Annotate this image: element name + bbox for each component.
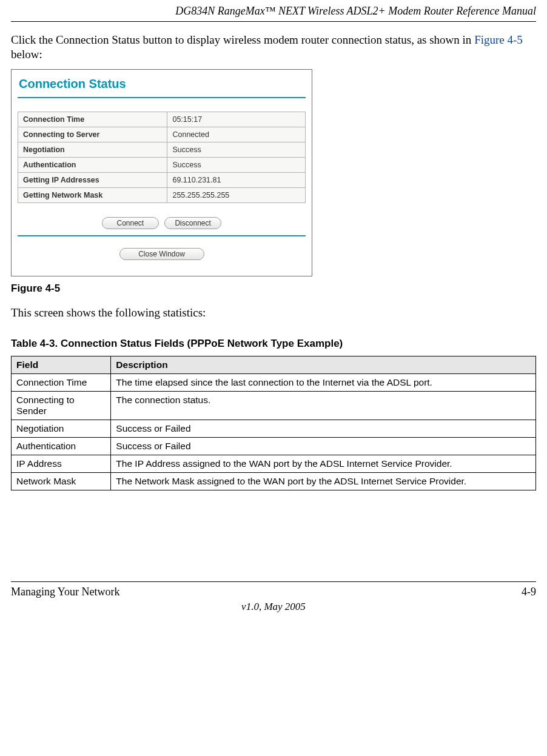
connection-status-title: Connection Status (18, 73, 306, 97)
header-rule (11, 21, 536, 22)
cell-description: Success or Failed (111, 420, 536, 438)
status-label: Connection Time (18, 112, 167, 127)
button-row-2: Close Window (18, 246, 306, 260)
footer-right: 4-9 (522, 586, 536, 598)
status-label: Connecting to Server (18, 127, 167, 142)
table-header-row: Field Description (12, 356, 536, 374)
status-value: Success (167, 142, 306, 157)
description-table: Field Description Connection TimeThe tim… (11, 356, 536, 490)
status-label: Authentication (18, 157, 167, 172)
table-row: NegotiationSuccess or Failed (12, 420, 536, 438)
table-row: IP AddressThe IP Address assigned to the… (12, 455, 536, 473)
status-label: Getting Network Mask (18, 187, 167, 202)
status-label: Getting IP Addresses (18, 172, 167, 187)
status-label: Negotiation (18, 142, 167, 157)
cs-rule-top (18, 97, 306, 98)
cell-description: The time elapsed since the last connecti… (111, 374, 536, 392)
footer-rule (11, 581, 536, 582)
cell-description: The connection status. (111, 392, 536, 420)
table-row: Connection TimeThe time elapsed since th… (12, 374, 536, 392)
after-figure-text: This screen shows the following statisti… (11, 306, 536, 320)
status-value: Success (167, 157, 306, 172)
cell-description: The Network Mask assigned to the WAN por… (111, 473, 536, 490)
cell-field: Negotiation (12, 420, 111, 438)
intro-pre: Click the Connection Status button to di… (11, 33, 474, 46)
connection-status-table: Connection Time05:15:17 Connecting to Se… (18, 112, 306, 203)
intro-post: below: (11, 48, 42, 61)
cell-field: IP Address (12, 455, 111, 473)
cell-field: Connecting to Sender (12, 392, 111, 420)
status-row: Getting IP Addresses69.110.231.81 (18, 172, 306, 187)
status-value: 255.255.255.255 (167, 187, 306, 202)
figure-caption: Figure 4-5 (11, 283, 536, 295)
doc-header-title: DG834N RangeMax™ NEXT Wireless ADSL2+ Mo… (11, 0, 536, 21)
table-row: Network MaskThe Network Mask assigned to… (12, 473, 536, 490)
status-value: 05:15:17 (167, 112, 306, 127)
status-value: 69.110.231.81 (167, 172, 306, 187)
footer-left: Managing Your Network (11, 586, 120, 598)
status-row: Connection Time05:15:17 (18, 112, 306, 127)
intro-paragraph: Click the Connection Status button to di… (11, 33, 536, 62)
cell-description: Success or Failed (111, 438, 536, 455)
connect-button[interactable]: Connect (102, 217, 159, 229)
table-row: AuthenticationSuccess or Failed (12, 438, 536, 455)
status-row: Getting Network Mask255.255.255.255 (18, 187, 306, 202)
connection-status-screenshot: Connection Status Connection Time05:15:1… (11, 69, 312, 276)
header-description: Description (111, 356, 536, 374)
status-value: Connected (167, 127, 306, 142)
status-row: NegotiationSuccess (18, 142, 306, 157)
footer-center: v1.0, May 2005 (11, 601, 536, 613)
cell-field: Connection Time (12, 374, 111, 392)
table-row: Connecting to SenderThe connection statu… (12, 392, 536, 420)
table-caption: Table 4-3. Connection Status Fields (PPP… (11, 338, 536, 350)
cell-description: The IP Address assigned to the WAN port … (111, 455, 536, 473)
cell-field: Network Mask (12, 473, 111, 490)
button-row-1: Connect Disconnect (18, 215, 306, 229)
page-footer: Managing Your Network 4-9 v1.0, May 2005 (11, 581, 536, 613)
status-row: Connecting to ServerConnected (18, 127, 306, 142)
status-row: AuthenticationSuccess (18, 157, 306, 172)
close-window-button[interactable]: Close Window (119, 248, 204, 260)
cs-rule-bottom (18, 235, 306, 236)
header-field: Field (12, 356, 111, 374)
disconnect-button[interactable]: Disconnect (164, 217, 221, 229)
figure-reference-link[interactable]: Figure 4-5 (474, 33, 523, 46)
cell-field: Authentication (12, 438, 111, 455)
